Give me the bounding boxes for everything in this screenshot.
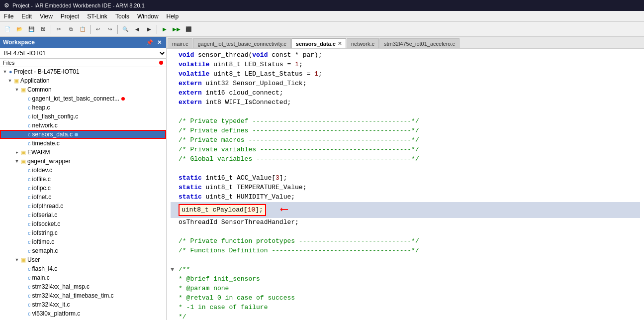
cut-button[interactable]: ✂ [53, 24, 64, 35]
menu-item-help[interactable]: Help [163, 12, 183, 21]
iofserial-label: iofserial.c [32, 212, 58, 218]
tree-item-iofstring[interactable]: ▸ c iofstring.c [0, 228, 166, 237]
tab-gagent-label: gagent_iot_test_basic_connectivity.c [197, 41, 286, 47]
tree-item-iofsocket[interactable]: ▸ c iofsocket.c [0, 219, 166, 228]
code-text-24: */ [179, 313, 186, 320]
workspace-selector[interactable]: B-L475E-IOT01 [0, 48, 166, 59]
menu-item-edit[interactable]: Edit [17, 12, 36, 21]
tree-item-stm32l4xx-it[interactable]: ▸ c stm32l4xx_it.c [0, 300, 166, 309]
code-editor[interactable]: void sensor_thread(void const * par); vo… [167, 49, 644, 320]
code-line-1: void sensor_thread(void const * par); [171, 51, 640, 60]
tree-item-sensors-data[interactable]: ▸ c sensors_data.c [0, 130, 166, 139]
e-stm32l4xx-hal-msp: ▸ [21, 284, 27, 290]
e-iofnet: ▸ [21, 194, 27, 200]
expander-ewarm: ▸ [14, 149, 20, 155]
expander-user: ▼ [14, 257, 20, 263]
tree-item-user[interactable]: ▼ ▣ User [0, 255, 166, 264]
file-iot-flash-icon: c [28, 113, 31, 119]
build-button[interactable]: ▶ [159, 24, 170, 35]
tree-item-network[interactable]: ▸ c network.c [0, 121, 166, 130]
expander-heap: ▸ [21, 105, 27, 110]
e-iofipc: ▸ [21, 185, 27, 191]
copy-button[interactable]: ⧉ [65, 24, 76, 35]
tree-item-stm32l4xx-hal-timebase[interactable]: ▸ c stm32l4xx_hal_timebase_tim.c [0, 291, 166, 300]
code-line-17: /* Private function prototypes ---------… [171, 237, 640, 246]
tree-item-vl53l0x-proximity[interactable]: ▸ c vl53l0x_proximity.c [0, 318, 166, 320]
tree-item-timedate[interactable]: ▸ c timedate.c [0, 139, 166, 148]
file-iofpthread-icon: c [28, 203, 31, 209]
file-vl53l0x-platform-icon: c [28, 311, 31, 317]
files-label: Files [3, 60, 14, 66]
redo-button[interactable]: ↪ [104, 24, 115, 35]
tree-item-gagent-iot[interactable]: ▸ c gagent_iot_test_basic_connect... [0, 94, 166, 103]
tab-sensors-close[interactable]: ✕ [338, 41, 342, 46]
iofdev-label: iofdev.c [32, 167, 52, 174]
tab-accelero[interactable]: stm32l475e_iot01_accelero.c [379, 38, 460, 48]
menu-item-view[interactable]: View [36, 12, 57, 21]
code-area: main.c gagent_iot_test_basic_connectivit… [167, 37, 644, 320]
go-forward-button[interactable]: ▶ [144, 24, 155, 35]
paste-button[interactable]: 📋 [77, 24, 88, 35]
new-file-button[interactable]: 📄 [2, 24, 13, 35]
tree-item-gagent-wrapper[interactable]: ▼ ▣ gagent_wrapper [0, 157, 166, 166]
tree-item-iot-flash[interactable]: ▸ c iot_flash_config.c [0, 112, 166, 121]
menu-item-project[interactable]: Project [57, 12, 83, 21]
code-line-15: uint8_t cPayload[10]; ⟵ [171, 202, 640, 218]
open-button[interactable]: 📂 [14, 24, 25, 35]
code-text-9: /* Private macros ----------------------… [179, 136, 419, 145]
tab-gagent[interactable]: gagent_iot_test_basic_connectivity.c [193, 38, 290, 48]
undo-button[interactable]: ↩ [92, 24, 103, 35]
tree-item-ioftime[interactable]: ▸ c ioftime.c [0, 237, 166, 246]
tree-item-ioffile[interactable]: ▸ c ioffile.c [0, 175, 166, 184]
stop-button[interactable]: ⬛ [183, 24, 194, 35]
tree-item-common[interactable]: ▼ ▣ Common [0, 85, 166, 94]
code-line-3: volatile uint8_t LED_Last_Status = 1; [171, 70, 640, 79]
tree-item-vl53l0x-platform[interactable]: ▸ c vl53l0x_platform.c [0, 309, 166, 318]
code-text-17: /* Private function prototypes ---------… [179, 237, 419, 246]
tree-item-iofserial[interactable]: ▸ c iofserial.c [0, 211, 166, 219]
menu-item-tools[interactable]: Tools [111, 12, 133, 21]
debug-button[interactable]: ▶▶ [171, 24, 182, 35]
tab-network[interactable]: network.c [347, 38, 379, 48]
tree-item-application[interactable]: ▼ ▣ Application [0, 76, 166, 85]
semaph-label: semaph.c [32, 247, 58, 254]
tree-item-stm32l4xx-hal-msp[interactable]: ▸ c stm32l4xx_hal_msp.c [0, 282, 166, 291]
find-button[interactable]: 🔍 [120, 24, 131, 35]
user-folder-label: User [27, 256, 40, 263]
fold-fold[interactable]: ▼ [171, 266, 177, 274]
pin-button[interactable]: 📌 [145, 39, 155, 46]
code-line-5: extern int16 cloud_connect; [171, 89, 640, 98]
code-line-10: /* Private variables -------------------… [171, 145, 640, 155]
menu-item-st-link[interactable]: ST-Link [83, 12, 111, 21]
save-all-button[interactable]: 🖫 [38, 24, 49, 35]
menu-item-file[interactable]: File [0, 12, 17, 21]
expander-iot-flash: ▸ [21, 113, 27, 119]
tree-item-iofpthread[interactable]: ▸ c iofpthread.c [0, 202, 166, 211]
tree-item-iofnet[interactable]: ▸ c iofnet.c [0, 193, 166, 202]
e-iofdev: ▸ [21, 167, 27, 173]
menu-item-window[interactable]: Window [133, 12, 163, 21]
tree-item-main[interactable]: ▸ c main.c [0, 273, 166, 282]
close-sidebar-button[interactable]: ✕ [156, 39, 163, 46]
e-iofsocket: ▸ [21, 221, 27, 227]
save-button[interactable]: 💾 [26, 24, 37, 35]
e-semaph: ▸ [21, 248, 27, 254]
sep3 [117, 25, 118, 34]
code-line-2: volatile uint8_t LED_Status = 1; [171, 60, 640, 70]
tree-item-ewarm[interactable]: ▸ ▣ EWARM [0, 148, 166, 157]
file-flash-l4-icon: c [28, 266, 31, 272]
tab-sensors[interactable]: sensors_data.c ✕ [291, 38, 346, 48]
e-iofstring: ▸ [21, 230, 27, 236]
network-label: network.c [32, 122, 58, 129]
tree-item-semaph[interactable]: ▸ c semaph.c [0, 246, 166, 255]
go-back-button[interactable]: ◀ [132, 24, 143, 35]
tree-item-iofipc[interactable]: ▸ c iofipc.c [0, 184, 166, 193]
tree-item-heap[interactable]: ▸ c heap.c [0, 103, 166, 112]
tree-item-flash-l4[interactable]: ▸ c flash_l4.c [0, 264, 166, 273]
code-text-4: extern uint32 Sensor_Upload_Tick; [179, 79, 306, 89]
tab-main[interactable]: main.c [168, 38, 192, 48]
expander-gagent-wrapper: ▼ [14, 158, 20, 164]
tree-item-project-root[interactable]: ▼ ● Project - B-L475E-IOT01 [0, 67, 166, 76]
tree-item-iofdev[interactable]: ▸ c iofdev.c [0, 166, 166, 175]
code-text-23: * -1 in case of failure [179, 303, 268, 313]
